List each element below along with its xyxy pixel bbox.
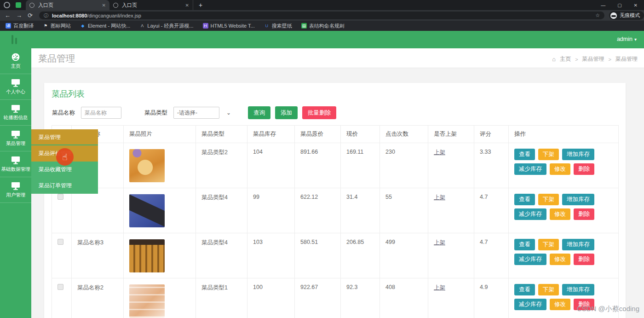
- dish-photo-cell: [124, 188, 196, 233]
- action-delete-button[interactable]: 删除: [574, 254, 594, 265]
- action-edit-button[interactable]: 修改: [550, 254, 570, 265]
- table-row: 菜品名称2菜品类型1100922.6792.3408上架4.9查看下架增加库存减…: [52, 278, 619, 318]
- row-checkbox[interactable]: [58, 239, 63, 245]
- status-link[interactable]: 上架: [434, 284, 445, 291]
- url-bar[interactable]: ⓘ localhost:8080 /dingcanguanli/index.js…: [39, 12, 604, 19]
- dish-clicks-cell: 408: [380, 278, 428, 318]
- bookmark-item-layui[interactable]: ΛLayui - 经典开源模...: [139, 23, 193, 29]
- bookmark-item-baidu-translate[interactable]: 译百度翻译: [6, 23, 34, 29]
- tab-close-icon[interactable]: ✕: [102, 3, 106, 8]
- sidebar-item-label: 用户管理: [6, 192, 25, 198]
- sidebar-item-home[interactable]: 主页: [0, 48, 31, 74]
- action-reduce-stock-button[interactable]: 减少库存: [514, 163, 546, 175]
- breadcrumb-item[interactable]: 菜品管理: [615, 55, 638, 63]
- forward-icon[interactable]: →: [16, 12, 22, 19]
- table-header-cell: 评分: [474, 126, 509, 143]
- browser-logo-icon: [4, 2, 10, 8]
- sidebar-item-base-data[interactable]: 基础数据管理: [0, 151, 31, 177]
- pinned-extension-icon[interactable]: [16, 2, 21, 8]
- action-edit-button[interactable]: 修改: [550, 299, 570, 310]
- action-delete-button[interactable]: 删除: [574, 163, 594, 175]
- tab-close-icon[interactable]: ✕: [185, 3, 189, 8]
- action-edit-button[interactable]: 修改: [550, 163, 570, 175]
- action-add-stock-button[interactable]: 增加库存: [562, 149, 594, 160]
- element-icon: ◆: [80, 23, 86, 29]
- browser-toolbar: ← → ⟳ ⓘ localhost:8080 /dingcanguanli/in…: [0, 10, 644, 21]
- add-button[interactable]: 添加: [275, 106, 298, 119]
- monitor-icon: [10, 156, 21, 165]
- bookmark-item-element[interactable]: ◆Element - 网站快...: [80, 23, 130, 29]
- action-reduce-stock-button[interactable]: 减少库存: [514, 208, 546, 220]
- table-header-cell: 是否上架: [428, 126, 474, 143]
- sidebar-item-dish[interactable]: 菜品管理: [0, 126, 31, 151]
- dish-clicks-cell: 230: [380, 143, 428, 188]
- action-reduce-stock-button[interactable]: 减少库存: [514, 299, 546, 310]
- status-link[interactable]: 上架: [434, 239, 445, 246]
- dish-type-label: 菜品类型: [144, 109, 167, 117]
- select-chevron-icon: ⌄: [226, 110, 231, 116]
- submenu-item-dish-order[interactable]: 菜品订单管理: [31, 178, 98, 194]
- dish-type-select[interactable]: -请选择- ⌄: [173, 107, 219, 119]
- search-button[interactable]: 查询: [248, 106, 270, 119]
- breadcrumb-item[interactable]: 菜品管理: [582, 55, 604, 63]
- close-icon[interactable]: ✕: [634, 3, 638, 8]
- browser-tab[interactable]: 入口页✕: [26, 0, 109, 10]
- action-add-stock-button[interactable]: 增加库存: [562, 284, 594, 295]
- action-reduce-stock-button[interactable]: 减少库存: [514, 254, 546, 265]
- table-header-cell: 菜品照片: [124, 126, 196, 143]
- dish-score-cell: 4.9: [474, 278, 509, 318]
- breadcrumb-item[interactable]: 主页: [560, 55, 571, 63]
- submenu-item-dish-manage[interactable]: 菜品管理: [31, 129, 98, 145]
- action-off-shelf-button[interactable]: 下架: [538, 284, 559, 295]
- status-link[interactable]: 上架: [434, 149, 445, 156]
- url-path: /dingcanguanli/index.jsp: [87, 13, 141, 18]
- browser-tab[interactable]: 入口页✕: [109, 0, 193, 10]
- row-checkbox[interactable]: [58, 284, 63, 290]
- layui-icon: Λ: [139, 23, 145, 29]
- dish-stock-cell: 103: [247, 233, 295, 278]
- sidebar-item-carousel[interactable]: 轮播图信息: [0, 100, 31, 126]
- sidebar: 主页个人中心轮播图信息菜品管理基础数据管理用户管理: [0, 48, 31, 318]
- page-info-icon[interactable]: ⓘ: [44, 12, 48, 19]
- action-view-button[interactable]: 查看: [514, 239, 535, 250]
- minimize-icon[interactable]: —: [601, 3, 605, 8]
- action-add-stock-button[interactable]: 增加库存: [562, 239, 594, 250]
- table-naming-icon: ▤: [301, 23, 307, 29]
- batch-delete-button[interactable]: 批量删除: [302, 106, 336, 119]
- sidebar-item-profile[interactable]: 个人中心: [0, 74, 31, 100]
- dish-type-selected: -请选择-: [177, 109, 197, 117]
- user-menu[interactable]: admin▾: [617, 36, 637, 42]
- action-add-stock-button[interactable]: 增加库存: [562, 194, 594, 205]
- reload-icon[interactable]: ⟳: [28, 12, 33, 19]
- action-off-shelf-button[interactable]: 下架: [538, 239, 559, 250]
- table-header-cell: 现价: [341, 126, 380, 143]
- action-view-button[interactable]: 查看: [514, 194, 535, 205]
- action-view-button[interactable]: 查看: [514, 284, 535, 295]
- dish-name-input[interactable]: [81, 107, 121, 119]
- sidebar-item-user[interactable]: 用户管理: [0, 177, 31, 203]
- action-edit-button[interactable]: 修改: [550, 208, 570, 220]
- bookmark-item-table-naming[interactable]: ▤表结构命名规则: [301, 23, 345, 29]
- status-link[interactable]: 上架: [434, 194, 445, 201]
- bookmark-item-icon-site[interactable]: ⚑图标网站: [43, 23, 71, 29]
- screen: 入口页✕入口页✕ + — ▢ ✕ ← → ⟳ ⓘ localhost:8080 …: [0, 0, 644, 318]
- app-logo-icon[interactable]: [12, 35, 17, 44]
- maximize-icon[interactable]: ▢: [617, 3, 621, 8]
- new-tab-button[interactable]: +: [199, 1, 202, 9]
- dish-photo: [129, 239, 165, 272]
- back-icon[interactable]: ←: [5, 12, 11, 19]
- watermark: CSDN @小蔡coding: [577, 305, 639, 313]
- bookmark-item-wallpaper-search[interactable]: U搜索壁纸: [264, 23, 292, 29]
- dish-clicks-cell: 499: [380, 233, 428, 278]
- table-row: 菜品名称3菜品类型4103580.51206.85499上架4.7查看下架增加库…: [52, 233, 619, 278]
- action-off-shelf-button[interactable]: 下架: [538, 149, 559, 160]
- row-checkbox[interactable]: [58, 194, 63, 200]
- card-title: 菜品列表: [52, 88, 85, 99]
- bookmark-star-icon[interactable]: ☆: [595, 12, 600, 18]
- username: admin: [617, 36, 632, 42]
- bookmark-item-html5-template[interactable]: HHTML5 Website T...: [203, 23, 255, 29]
- action-view-button[interactable]: 查看: [514, 149, 535, 160]
- action-delete-button[interactable]: 删除: [574, 208, 594, 220]
- incognito-badge: 无痕模式: [609, 11, 644, 20]
- action-off-shelf-button[interactable]: 下架: [538, 194, 559, 205]
